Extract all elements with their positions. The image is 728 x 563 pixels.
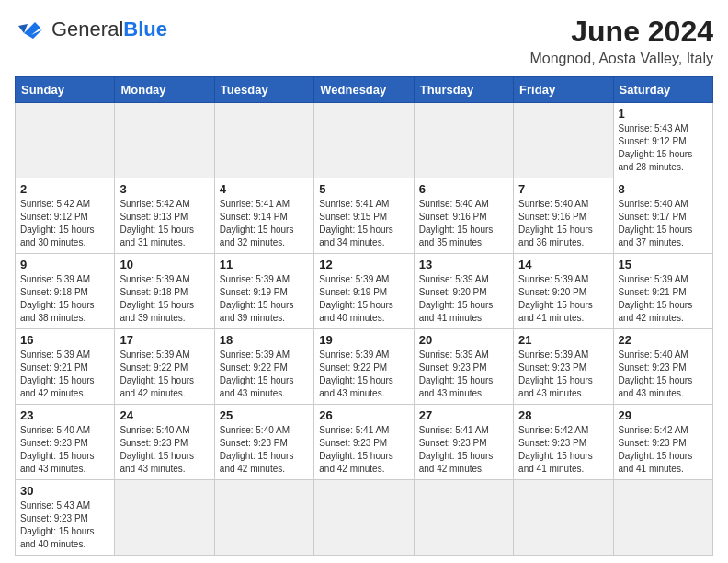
day-info: Sunrise: 5:41 AM Sunset: 9:14 PM Dayligh… [220, 198, 309, 249]
day-number: 14 [518, 258, 608, 271]
day-number: 2 [20, 182, 109, 196]
day-number: 6 [419, 182, 508, 196]
calendar-week-row: 9Sunrise: 5:39 AM Sunset: 9:18 PM Daylig… [16, 254, 713, 329]
day-number: 5 [319, 182, 408, 196]
calendar-cell: 19Sunrise: 5:39 AM Sunset: 9:22 PM Dayli… [314, 329, 414, 405]
day-info: Sunrise: 5:39 AM Sunset: 9:21 PM Dayligh… [20, 349, 109, 400]
logo-text: GeneralBlue [51, 19, 167, 40]
calendar-cell: 24Sunrise: 5:40 AM Sunset: 9:23 PM Dayli… [115, 405, 214, 480]
day-number: 24 [119, 408, 209, 422]
calendar-cell: 1Sunrise: 5:43 AM Sunset: 9:12 PM Daylig… [613, 103, 712, 178]
day-info: Sunrise: 5:39 AM Sunset: 9:22 PM Dayligh… [220, 349, 309, 400]
calendar-cell [514, 103, 613, 178]
day-info: Sunrise: 5:39 AM Sunset: 9:23 PM Dayligh… [419, 349, 508, 400]
calendar-cell: 20Sunrise: 5:39 AM Sunset: 9:23 PM Dayli… [414, 329, 513, 405]
day-info: Sunrise: 5:41 AM Sunset: 9:15 PM Dayligh… [319, 198, 408, 249]
calendar-cell [314, 480, 414, 556]
day-number: 3 [119, 182, 209, 196]
calendar-cell: 22Sunrise: 5:40 AM Sunset: 9:23 PM Dayli… [613, 329, 712, 405]
calendar-cell: 27Sunrise: 5:41 AM Sunset: 9:23 PM Dayli… [414, 405, 513, 480]
calendar-cell [414, 103, 513, 178]
day-number: 11 [220, 258, 309, 271]
day-number: 22 [619, 333, 708, 347]
weekday-header-row: SundayMondayTuesdayWednesdayThursdayFrid… [16, 77, 713, 103]
day-number: 30 [20, 484, 109, 498]
day-info: Sunrise: 5:42 AM Sunset: 9:23 PM Dayligh… [619, 424, 708, 476]
calendar-cell: 12Sunrise: 5:39 AM Sunset: 9:19 PM Dayli… [314, 254, 414, 329]
calendar-cell: 6Sunrise: 5:40 AM Sunset: 9:16 PM Daylig… [414, 178, 513, 254]
day-info: Sunrise: 5:39 AM Sunset: 9:18 PM Dayligh… [119, 273, 209, 325]
calendar-cell [214, 103, 313, 178]
calendar-cell: 4Sunrise: 5:41 AM Sunset: 9:14 PM Daylig… [214, 178, 313, 254]
day-info: Sunrise: 5:39 AM Sunset: 9:18 PM Dayligh… [20, 273, 109, 325]
location-title: Mongnod, Aosta Valley, Italy [529, 51, 713, 67]
day-info: Sunrise: 5:40 AM Sunset: 9:23 PM Dayligh… [220, 424, 309, 476]
calendar-cell: 29Sunrise: 5:42 AM Sunset: 9:23 PM Dayli… [613, 405, 712, 480]
calendar-cell: 21Sunrise: 5:39 AM Sunset: 9:23 PM Dayli… [514, 329, 613, 405]
calendar-cell: 28Sunrise: 5:42 AM Sunset: 9:23 PM Dayli… [514, 405, 613, 480]
day-info: Sunrise: 5:41 AM Sunset: 9:23 PM Dayligh… [419, 424, 508, 476]
calendar-cell: 14Sunrise: 5:39 AM Sunset: 9:20 PM Dayli… [514, 254, 613, 329]
calendar-week-row: 23Sunrise: 5:40 AM Sunset: 9:23 PM Dayli… [16, 405, 713, 480]
day-number: 16 [20, 333, 109, 347]
calendar-cell: 26Sunrise: 5:41 AM Sunset: 9:23 PM Dayli… [314, 405, 414, 480]
day-number: 15 [619, 258, 708, 271]
calendar-week-row: 1Sunrise: 5:43 AM Sunset: 9:12 PM Daylig… [16, 103, 713, 178]
calendar-cell: 15Sunrise: 5:39 AM Sunset: 9:21 PM Dayli… [613, 254, 712, 329]
day-info: Sunrise: 5:39 AM Sunset: 9:20 PM Dayligh… [419, 273, 508, 325]
day-number: 4 [220, 182, 309, 196]
day-number: 25 [220, 408, 309, 422]
day-number: 8 [619, 182, 708, 196]
day-info: Sunrise: 5:40 AM Sunset: 9:16 PM Dayligh… [419, 198, 508, 249]
day-number: 20 [419, 333, 508, 347]
calendar-week-row: 16Sunrise: 5:39 AM Sunset: 9:21 PM Dayli… [16, 329, 713, 405]
calendar-cell: 18Sunrise: 5:39 AM Sunset: 9:22 PM Dayli… [214, 329, 313, 405]
day-info: Sunrise: 5:42 AM Sunset: 9:12 PM Dayligh… [20, 198, 109, 249]
day-number: 27 [419, 408, 508, 422]
calendar-cell [214, 480, 313, 556]
day-info: Sunrise: 5:39 AM Sunset: 9:19 PM Dayligh… [220, 273, 309, 325]
calendar-cell [613, 480, 712, 556]
calendar-cell: 3Sunrise: 5:42 AM Sunset: 9:13 PM Daylig… [115, 178, 214, 254]
day-info: Sunrise: 5:39 AM Sunset: 9:22 PM Dayligh… [119, 349, 209, 400]
calendar-cell: 17Sunrise: 5:39 AM Sunset: 9:22 PM Dayli… [115, 329, 214, 405]
weekday-header-saturday: Saturday [613, 77, 712, 103]
day-number: 19 [319, 333, 408, 347]
day-info: Sunrise: 5:42 AM Sunset: 9:23 PM Dayligh… [518, 424, 608, 476]
calendar-cell [414, 480, 513, 556]
calendar-cell: 7Sunrise: 5:40 AM Sunset: 9:16 PM Daylig… [514, 178, 613, 254]
calendar-cell: 8Sunrise: 5:40 AM Sunset: 9:17 PM Daylig… [613, 178, 712, 254]
calendar-cell: 2Sunrise: 5:42 AM Sunset: 9:12 PM Daylig… [16, 178, 115, 254]
day-number: 10 [119, 258, 209, 271]
day-number: 17 [119, 333, 209, 347]
day-info: Sunrise: 5:40 AM Sunset: 9:16 PM Dayligh… [518, 198, 608, 249]
day-info: Sunrise: 5:39 AM Sunset: 9:21 PM Dayligh… [619, 273, 708, 325]
day-number: 26 [319, 408, 408, 422]
logo-icon [15, 15, 48, 44]
calendar-cell: 10Sunrise: 5:39 AM Sunset: 9:18 PM Dayli… [115, 254, 214, 329]
calendar-cell: 23Sunrise: 5:40 AM Sunset: 9:23 PM Dayli… [16, 405, 115, 480]
month-title: June 2024 [529, 15, 713, 49]
day-info: Sunrise: 5:42 AM Sunset: 9:13 PM Dayligh… [119, 198, 209, 249]
day-number: 13 [419, 258, 508, 271]
calendar-table: SundayMondayTuesdayWednesdayThursdayFrid… [15, 76, 713, 556]
day-number: 12 [319, 258, 408, 271]
calendar-cell: 25Sunrise: 5:40 AM Sunset: 9:23 PM Dayli… [214, 405, 313, 480]
day-info: Sunrise: 5:43 AM Sunset: 9:23 PM Dayligh… [20, 500, 109, 551]
calendar-cell: 5Sunrise: 5:41 AM Sunset: 9:15 PM Daylig… [314, 178, 414, 254]
day-info: Sunrise: 5:40 AM Sunset: 9:23 PM Dayligh… [619, 349, 708, 400]
page-header: GeneralBlue June 2024 Mongnod, Aosta Val… [15, 15, 713, 67]
calendar-week-row: 30Sunrise: 5:43 AM Sunset: 9:23 PM Dayli… [16, 480, 713, 556]
calendar-week-row: 2Sunrise: 5:42 AM Sunset: 9:12 PM Daylig… [16, 178, 713, 254]
day-info: Sunrise: 5:39 AM Sunset: 9:23 PM Dayligh… [518, 349, 608, 400]
day-info: Sunrise: 5:40 AM Sunset: 9:17 PM Dayligh… [619, 198, 708, 249]
weekday-header-tuesday: Tuesday [214, 77, 313, 103]
weekday-header-monday: Monday [115, 77, 214, 103]
day-number: 21 [518, 333, 608, 347]
weekday-header-thursday: Thursday [414, 77, 513, 103]
day-number: 23 [20, 408, 109, 422]
day-info: Sunrise: 5:43 AM Sunset: 9:12 PM Dayligh… [619, 122, 708, 174]
day-number: 28 [518, 408, 608, 422]
calendar-cell: 16Sunrise: 5:39 AM Sunset: 9:21 PM Dayli… [16, 329, 115, 405]
day-info: Sunrise: 5:40 AM Sunset: 9:23 PM Dayligh… [20, 424, 109, 476]
